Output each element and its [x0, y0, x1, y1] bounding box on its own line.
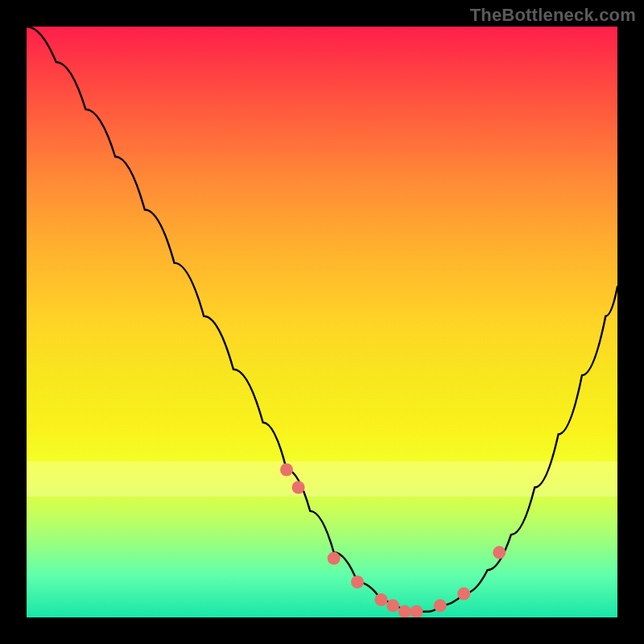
marker-dot — [292, 481, 305, 494]
marker-dot — [280, 464, 293, 477]
marker-dot — [493, 546, 506, 559]
watermark-text: TheBottleneck.com — [470, 6, 636, 24]
plot-area — [27, 27, 617, 617]
marker-dot — [410, 605, 423, 617]
threshold-markers — [280, 464, 506, 618]
bottleneck-curve — [27, 27, 617, 612]
marker-dot — [328, 552, 341, 565]
marker-dot — [386, 599, 399, 612]
curve-layer — [27, 27, 617, 617]
marker-dot — [374, 593, 387, 606]
marker-dot — [398, 605, 411, 617]
marker-dot — [457, 588, 470, 601]
marker-dot — [434, 599, 447, 612]
chart-stage: TheBottleneck.com — [0, 0, 644, 644]
marker-dot — [351, 576, 364, 588]
